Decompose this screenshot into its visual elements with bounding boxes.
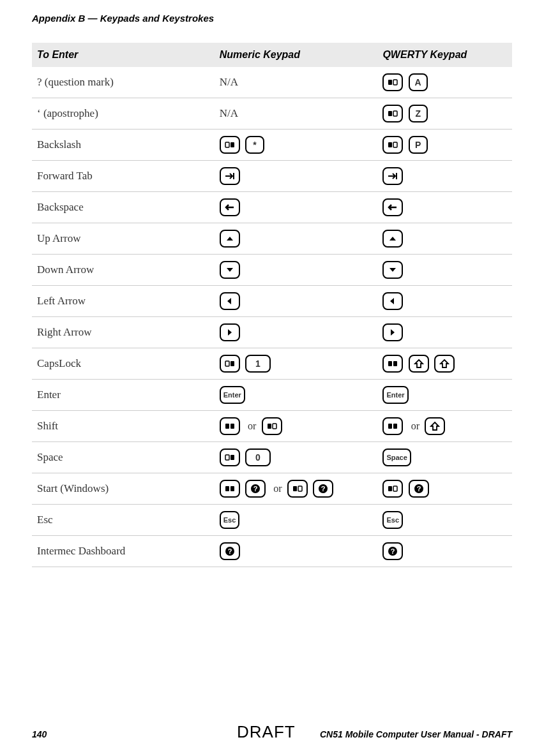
cell-qwerty: P [377,130,512,161]
modifier-key-icon [382,355,403,373]
manual-title: CN51 Mobile Computer User Manual - DRAFT [320,729,512,739]
table-header-row: To Enter Numeric Keypad QWERTY Keypad [32,43,512,67]
down-arrow-icon [220,261,240,279]
cell-numeric [215,317,378,348]
cell-qwerty [377,286,512,317]
tab-key-icon [220,167,240,185]
right-arrow-icon [382,323,403,341]
table-row: ? (question mark) N/A A [32,67,512,98]
table-row: Start (Windows) or [32,473,512,505]
modifier-key-icon [220,448,240,466]
cell-qwerty: A [377,67,512,98]
table-row: Enter Enter Enter [32,380,512,411]
cell-qwerty [377,536,512,567]
table-row: Backslash * P [32,130,512,161]
left-arrow-icon [220,292,240,310]
cell-qwerty [377,255,512,286]
row-label: Right Arrow [32,317,215,348]
row-label: Intermec Dashboard [32,536,215,567]
cell-numeric: N/A [215,67,378,98]
cell-qwerty [377,192,512,223]
table-row: CapsLock 1 [32,348,512,380]
col-numeric: Numeric Keypad [215,43,378,67]
right-arrow-icon [220,323,240,341]
cell-numeric: or [215,411,378,442]
or-text: or [248,420,256,431]
table-row: Down Arrow [32,255,512,286]
windows-key-icon [313,480,333,498]
modifier-key-icon [220,417,240,435]
row-label: ? (question mark) [32,67,215,98]
modifier-key-icon [382,480,403,498]
dashboard-key-icon [382,542,403,560]
cell-numeric [215,161,378,192]
windows-key-icon [409,480,429,498]
star-key: * [245,136,264,154]
keystroke-table: To Enter Numeric Keypad QWERTY Keypad ? … [32,43,512,567]
cell-qwerty: or [377,411,512,442]
row-label: Backslash [32,130,215,161]
table-row: Up Arrow [32,223,512,255]
modifier-key-icon [220,480,240,498]
row-label: Space [32,442,215,473]
cell-qwerty [377,161,512,192]
row-label: Start (Windows) [32,473,215,505]
letter-key: A [409,73,428,91]
row-label: Esc [32,505,215,536]
table-row: Intermec Dashboard [32,536,512,567]
cell-numeric [215,192,378,223]
table-row: Left Arrow [32,286,512,317]
up-arrow-icon [220,230,240,248]
cell-numeric: Enter [215,380,378,411]
shift-key-icon [425,417,445,435]
down-arrow-icon [382,261,403,279]
modifier-key-icon [220,136,240,154]
row-label: Forward Tab [32,161,215,192]
cell-qwerty [377,317,512,348]
page-number: 140 [32,729,47,739]
row-label: Enter [32,380,215,411]
cell-qwerty: Enter [377,380,512,411]
cell-numeric [215,255,378,286]
table-row: Space 0 Space [32,442,512,473]
cell-numeric [215,286,378,317]
cell-numeric: 1 [215,348,378,380]
cell-numeric: * [215,130,378,161]
row-label: Backspace [32,192,215,223]
modifier-key-icon [220,355,240,373]
cell-qwerty: Space [377,442,512,473]
col-to-enter: To Enter [32,43,215,67]
row-label: Down Arrow [32,255,215,286]
row-label: Shift [32,411,215,442]
table-row: ‘ (apostrophe) N/A Z [32,98,512,130]
table-row: Esc Esc Esc [32,505,512,536]
table-row: Backspace [32,192,512,223]
table-row: Forward Tab [32,161,512,192]
shift-key-icon [434,355,455,373]
modifier-key-icon [287,480,308,498]
cell-qwerty: Z [377,98,512,130]
cell-numeric: Esc [215,505,378,536]
table-row: Right Arrow [32,317,512,348]
cell-numeric [215,223,378,255]
shift-key-icon [409,355,429,373]
tab-key-icon [382,167,403,185]
enter-key: Enter [382,386,408,404]
modifier-key-icon [382,136,403,154]
letter-key: Z [409,105,428,122]
number-key: 0 [245,448,271,466]
col-qwerty: QWERTY Keypad [377,43,512,67]
cell-numeric [215,536,378,567]
space-key: Space [382,448,411,466]
cell-numeric: 0 [215,442,378,473]
esc-key: Esc [382,511,403,529]
backspace-key-icon [220,198,240,216]
row-label: ‘ (apostrophe) [32,98,215,130]
enter-key: Enter [220,386,245,404]
page-footer: 140 CN51 Mobile Computer User Manual - D… [32,729,512,739]
modifier-key-icon [382,73,403,91]
page-header: Appendix B — Keypads and Keystrokes [32,13,512,24]
table-row: Shift or or [32,411,512,442]
row-label: Up Arrow [32,223,215,255]
cell-qwerty: Esc [377,505,512,536]
